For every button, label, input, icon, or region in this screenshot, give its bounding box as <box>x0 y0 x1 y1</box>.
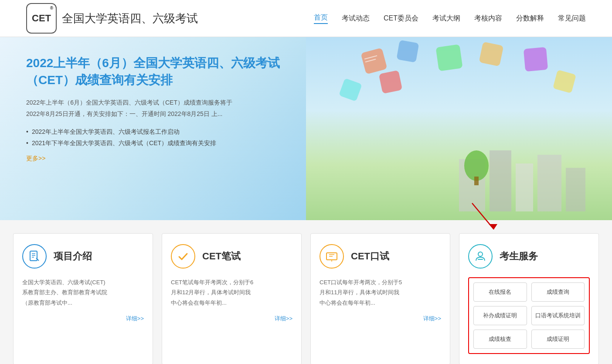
hero-banner: 2022上半年（6月）全国大学英语四、六级考试（CET）成绩查询有关安排 202… <box>0 37 612 220</box>
card-oral-title: CET口试 <box>351 250 389 263</box>
card-intro: 项目介绍 全国大学英语四、六级考试(CET)系教育部主办、教育部教育考试院（原教… <box>13 233 153 364</box>
svg-rect-11 <box>524 47 548 71</box>
header: CET 全国大学英语四、六级考试 首页 考试动态 CET委员会 考试大纲 考核内… <box>0 0 612 37</box>
service-buttons-grid: 在线报名 成绩查询 补办成绩证明 口语考试系统培训 成绩核查 成绩证明 <box>468 277 590 354</box>
svg-rect-6 <box>474 177 479 185</box>
nav-item-home[interactable]: 首页 <box>314 13 328 24</box>
card-intro-link[interactable]: 详细>> <box>22 315 144 323</box>
nav-item-score-explain[interactable]: 分数解释 <box>516 14 544 23</box>
hero-list-item[interactable]: 2021年下半年全国大学英语四、六级考试（CET）成绩查询有关安排 <box>26 139 310 147</box>
svg-rect-9 <box>436 44 463 71</box>
nav-item-news[interactable]: 考试动态 <box>342 14 370 23</box>
screen-icon <box>326 250 338 262</box>
card-intro-header: 项目介绍 <box>22 244 144 269</box>
svg-point-5 <box>464 150 489 181</box>
logo-title: 全国大学英语四、六级考试 <box>62 11 198 26</box>
card-oral-icon <box>320 244 344 269</box>
hero-desc: 2022年上半年（6月）全国大学英语四、六级考试（CET）成绩查询服务将于 20… <box>26 97 310 119</box>
service-header: 考生服务 <box>468 244 590 269</box>
hero-content: 2022上半年（6月）全国大学英语四、六级考试（CET）成绩查询有关安排 202… <box>0 37 337 220</box>
svg-point-27 <box>478 252 483 256</box>
service-title: 考生服务 <box>500 250 538 263</box>
service-icon <box>468 244 493 269</box>
btn-online-register[interactable]: 在线报名 <box>473 282 527 302</box>
nav-item-content[interactable]: 考核内容 <box>474 14 502 23</box>
svg-rect-8 <box>396 40 419 63</box>
btn-score-check[interactable]: 成绩核查 <box>473 330 527 349</box>
btn-score-cert[interactable]: 成绩证明 <box>531 330 585 349</box>
card-written-body: CET笔试每年开考两次，分别于6月和12月举行，具体考试时间我中心将会在每年年初… <box>171 277 292 308</box>
hero-list-item[interactable]: 2022年上半年全国大学英语四、六级考试报名工作启动 <box>26 128 310 136</box>
svg-rect-10 <box>479 42 504 67</box>
nav-item-faq[interactable]: 常见问题 <box>558 14 586 23</box>
logo-text: CET <box>32 13 51 24</box>
main-nav: 首页 考试动态 CET委员会 考试大纲 考核内容 分数解释 常见问题 <box>314 13 586 24</box>
hero-more-link[interactable]: 更多>> <box>26 155 45 162</box>
card-intro-title: 项目介绍 <box>54 250 92 263</box>
hero-title: 2022上半年（6月）全国大学英语四、六级考试（CET）成绩查询有关安排 <box>26 54 310 88</box>
card-oral: CET口试 CET口试每年开考两次，分别于5月和11月举行，具体考试时间我中心将… <box>310 233 450 364</box>
svg-rect-14 <box>553 70 576 93</box>
btn-score-query[interactable]: 成绩查询 <box>531 282 585 302</box>
nav-item-syllabus[interactable]: 考试大纲 <box>432 14 460 23</box>
card-written: CET笔试 CET笔试每年开考两次，分别于6月和12月举行，具体考试时间我中心将… <box>162 233 302 364</box>
card-intro-body: 全国大学英语四、六级考试(CET)系教育部主办、教育部教育考试院（原教育部考试中… <box>22 277 144 308</box>
card-written-header: CET笔试 <box>171 244 292 269</box>
checkmark-icon <box>177 250 189 262</box>
nav-item-committee[interactable]: CET委员会 <box>384 14 418 23</box>
btn-oral-training[interactable]: 口语考试系统培训 <box>531 306 585 325</box>
svg-rect-7 <box>360 48 387 74</box>
btn-reissue-cert[interactable]: 补办成绩证明 <box>473 306 527 325</box>
document-icon <box>28 250 41 262</box>
person-icon <box>474 250 486 262</box>
red-arrow <box>459 199 511 238</box>
logo-area: CET 全国大学英语四、六级考试 <box>26 3 198 34</box>
svg-rect-17 <box>30 251 37 261</box>
svg-rect-2 <box>516 163 533 211</box>
hero-illustration <box>306 37 612 220</box>
card-oral-header: CET口试 <box>320 244 441 269</box>
svg-rect-28 <box>478 259 483 260</box>
svg-rect-13 <box>379 70 403 94</box>
card-written-title: CET笔试 <box>202 250 241 263</box>
card-service: 考生服务 在线报名 成绩查询 补办成绩证明 口语考试系统培训 成绩核查 成绩证明 <box>459 233 599 364</box>
card-intro-icon <box>22 244 47 269</box>
card-oral-link[interactable]: 详细>> <box>320 315 441 323</box>
logo-badge: CET <box>26 3 57 34</box>
hero-list: 2022年上半年全国大学英语四、六级考试报名工作启动 2021年下半年全国大学英… <box>26 128 310 147</box>
svg-rect-3 <box>537 155 561 211</box>
svg-rect-4 <box>566 168 585 211</box>
svg-rect-12 <box>339 78 362 102</box>
card-written-icon <box>171 244 195 269</box>
cards-section: 项目介绍 全国大学英语四、六级考试(CET)系教育部主办、教育部教育考试院（原教… <box>0 220 612 364</box>
card-oral-body: CET口试每年开考两次，分别于5月和11月举行，具体考试时间我中心将会在每年年初… <box>320 277 441 308</box>
hero-illustration-svg <box>306 37 612 220</box>
card-written-link[interactable]: 详细>> <box>171 315 292 323</box>
